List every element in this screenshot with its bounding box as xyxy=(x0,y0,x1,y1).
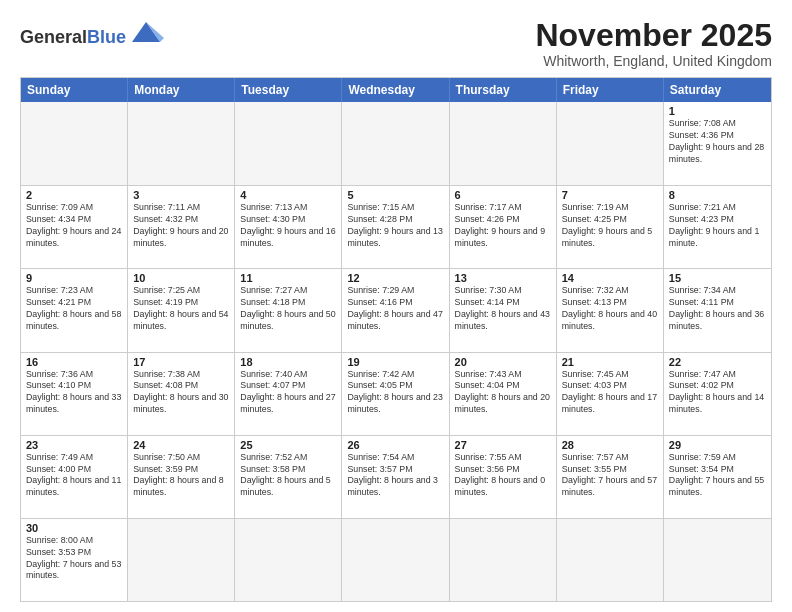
calendar-cell xyxy=(21,102,128,185)
calendar-cell: 9Sunrise: 7:23 AM Sunset: 4:21 PM Daylig… xyxy=(21,269,128,351)
calendar-cell xyxy=(450,519,557,601)
logo-text: GeneralBlue xyxy=(20,28,126,48)
cell-info: Sunrise: 7:21 AM Sunset: 4:23 PM Dayligh… xyxy=(669,202,766,250)
cell-date: 18 xyxy=(240,356,336,368)
cell-date: 8 xyxy=(669,189,766,201)
calendar-cell xyxy=(664,519,771,601)
cell-info: Sunrise: 7:45 AM Sunset: 4:03 PM Dayligh… xyxy=(562,369,658,417)
calendar-cell: 19Sunrise: 7:42 AM Sunset: 4:05 PM Dayli… xyxy=(342,353,449,435)
logo: GeneralBlue xyxy=(20,18,164,48)
cell-date: 17 xyxy=(133,356,229,368)
day-header: Friday xyxy=(557,78,664,102)
calendar-week: 30Sunrise: 8:00 AM Sunset: 3:53 PM Dayli… xyxy=(21,518,771,601)
calendar-cell xyxy=(342,519,449,601)
logo-icon xyxy=(128,18,164,46)
cell-info: Sunrise: 7:27 AM Sunset: 4:18 PM Dayligh… xyxy=(240,285,336,333)
header: GeneralBlue November 2025 Whitworth, Eng… xyxy=(20,18,772,69)
calendar-cell: 26Sunrise: 7:54 AM Sunset: 3:57 PM Dayli… xyxy=(342,436,449,518)
cell-date: 5 xyxy=(347,189,443,201)
calendar-cell: 8Sunrise: 7:21 AM Sunset: 4:23 PM Daylig… xyxy=(664,186,771,268)
calendar-cell: 18Sunrise: 7:40 AM Sunset: 4:07 PM Dayli… xyxy=(235,353,342,435)
calendar-cell: 25Sunrise: 7:52 AM Sunset: 3:58 PM Dayli… xyxy=(235,436,342,518)
calendar-cell xyxy=(128,519,235,601)
calendar-cell: 3Sunrise: 7:11 AM Sunset: 4:32 PM Daylig… xyxy=(128,186,235,268)
cell-info: Sunrise: 7:43 AM Sunset: 4:04 PM Dayligh… xyxy=(455,369,551,417)
calendar-cell xyxy=(450,102,557,185)
cell-info: Sunrise: 7:38 AM Sunset: 4:08 PM Dayligh… xyxy=(133,369,229,417)
calendar-cell: 24Sunrise: 7:50 AM Sunset: 3:59 PM Dayli… xyxy=(128,436,235,518)
day-header: Saturday xyxy=(664,78,771,102)
calendar-cell: 29Sunrise: 7:59 AM Sunset: 3:54 PM Dayli… xyxy=(664,436,771,518)
day-header: Tuesday xyxy=(235,78,342,102)
calendar-cell: 20Sunrise: 7:43 AM Sunset: 4:04 PM Dayli… xyxy=(450,353,557,435)
calendar-cell: 23Sunrise: 7:49 AM Sunset: 4:00 PM Dayli… xyxy=(21,436,128,518)
day-header: Sunday xyxy=(21,78,128,102)
cell-info: Sunrise: 7:54 AM Sunset: 3:57 PM Dayligh… xyxy=(347,452,443,500)
location: Whitworth, England, United Kingdom xyxy=(535,53,772,69)
cell-info: Sunrise: 7:52 AM Sunset: 3:58 PM Dayligh… xyxy=(240,452,336,500)
cell-date: 20 xyxy=(455,356,551,368)
cell-info: Sunrise: 7:17 AM Sunset: 4:26 PM Dayligh… xyxy=(455,202,551,250)
cell-info: Sunrise: 7:57 AM Sunset: 3:55 PM Dayligh… xyxy=(562,452,658,500)
calendar-cell: 15Sunrise: 7:34 AM Sunset: 4:11 PM Dayli… xyxy=(664,269,771,351)
calendar-cell xyxy=(235,102,342,185)
cell-date: 9 xyxy=(26,272,122,284)
calendar-cell: 1Sunrise: 7:08 AM Sunset: 4:36 PM Daylig… xyxy=(664,102,771,185)
cell-date: 25 xyxy=(240,439,336,451)
cell-info: Sunrise: 7:11 AM Sunset: 4:32 PM Dayligh… xyxy=(133,202,229,250)
cell-info: Sunrise: 7:08 AM Sunset: 4:36 PM Dayligh… xyxy=(669,118,766,166)
cell-info: Sunrise: 7:13 AM Sunset: 4:30 PM Dayligh… xyxy=(240,202,336,250)
cell-date: 29 xyxy=(669,439,766,451)
calendar-cell xyxy=(128,102,235,185)
cell-info: Sunrise: 7:47 AM Sunset: 4:02 PM Dayligh… xyxy=(669,369,766,417)
month-title: November 2025 xyxy=(535,18,772,53)
day-headers: SundayMondayTuesdayWednesdayThursdayFrid… xyxy=(21,78,771,102)
cell-info: Sunrise: 7:30 AM Sunset: 4:14 PM Dayligh… xyxy=(455,285,551,333)
calendar-cell: 30Sunrise: 8:00 AM Sunset: 3:53 PM Dayli… xyxy=(21,519,128,601)
cell-info: Sunrise: 7:25 AM Sunset: 4:19 PM Dayligh… xyxy=(133,285,229,333)
day-header: Thursday xyxy=(450,78,557,102)
calendar-cell: 11Sunrise: 7:27 AM Sunset: 4:18 PM Dayli… xyxy=(235,269,342,351)
day-header: Wednesday xyxy=(342,78,449,102)
calendar-cell: 10Sunrise: 7:25 AM Sunset: 4:19 PM Dayli… xyxy=(128,269,235,351)
calendar-cell xyxy=(235,519,342,601)
cell-date: 21 xyxy=(562,356,658,368)
cell-date: 3 xyxy=(133,189,229,201)
calendar-cell: 27Sunrise: 7:55 AM Sunset: 3:56 PM Dayli… xyxy=(450,436,557,518)
cell-date: 30 xyxy=(26,522,122,534)
calendar-cell: 4Sunrise: 7:13 AM Sunset: 4:30 PM Daylig… xyxy=(235,186,342,268)
calendar-cell: 7Sunrise: 7:19 AM Sunset: 4:25 PM Daylig… xyxy=(557,186,664,268)
cell-info: Sunrise: 8:00 AM Sunset: 3:53 PM Dayligh… xyxy=(26,535,122,583)
cell-info: Sunrise: 7:32 AM Sunset: 4:13 PM Dayligh… xyxy=(562,285,658,333)
calendar-cell xyxy=(342,102,449,185)
calendar: SundayMondayTuesdayWednesdayThursdayFrid… xyxy=(20,77,772,602)
day-header: Monday xyxy=(128,78,235,102)
cell-info: Sunrise: 7:49 AM Sunset: 4:00 PM Dayligh… xyxy=(26,452,122,500)
cell-date: 2 xyxy=(26,189,122,201)
cell-date: 28 xyxy=(562,439,658,451)
cell-info: Sunrise: 7:50 AM Sunset: 3:59 PM Dayligh… xyxy=(133,452,229,500)
calendar-cell: 2Sunrise: 7:09 AM Sunset: 4:34 PM Daylig… xyxy=(21,186,128,268)
cell-info: Sunrise: 7:23 AM Sunset: 4:21 PM Dayligh… xyxy=(26,285,122,333)
calendar-cell: 14Sunrise: 7:32 AM Sunset: 4:13 PM Dayli… xyxy=(557,269,664,351)
cell-date: 15 xyxy=(669,272,766,284)
calendar-cell: 21Sunrise: 7:45 AM Sunset: 4:03 PM Dayli… xyxy=(557,353,664,435)
calendar-week: 23Sunrise: 7:49 AM Sunset: 4:00 PM Dayli… xyxy=(21,435,771,518)
cell-date: 1 xyxy=(669,105,766,117)
calendar-week: 2Sunrise: 7:09 AM Sunset: 4:34 PM Daylig… xyxy=(21,185,771,268)
cell-date: 12 xyxy=(347,272,443,284)
calendar-cell: 6Sunrise: 7:17 AM Sunset: 4:26 PM Daylig… xyxy=(450,186,557,268)
calendar-cell: 22Sunrise: 7:47 AM Sunset: 4:02 PM Dayli… xyxy=(664,353,771,435)
cell-info: Sunrise: 7:15 AM Sunset: 4:28 PM Dayligh… xyxy=(347,202,443,250)
cell-date: 4 xyxy=(240,189,336,201)
cell-date: 24 xyxy=(133,439,229,451)
cell-date: 11 xyxy=(240,272,336,284)
cell-date: 26 xyxy=(347,439,443,451)
page: GeneralBlue November 2025 Whitworth, Eng… xyxy=(0,0,792,612)
cell-info: Sunrise: 7:40 AM Sunset: 4:07 PM Dayligh… xyxy=(240,369,336,417)
calendar-cell xyxy=(557,519,664,601)
calendar-cell: 28Sunrise: 7:57 AM Sunset: 3:55 PM Dayli… xyxy=(557,436,664,518)
calendar-cell xyxy=(557,102,664,185)
cell-info: Sunrise: 7:19 AM Sunset: 4:25 PM Dayligh… xyxy=(562,202,658,250)
calendar-week: 16Sunrise: 7:36 AM Sunset: 4:10 PM Dayli… xyxy=(21,352,771,435)
